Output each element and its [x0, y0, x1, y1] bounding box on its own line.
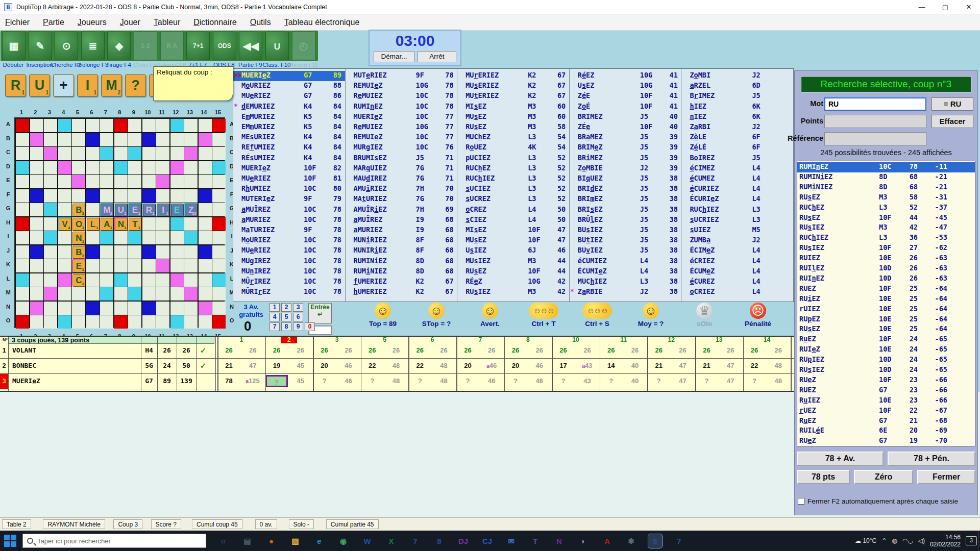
- score-cell[interactable]: 26: [743, 344, 766, 357]
- board-cell-D8[interactable]: [114, 161, 128, 174]
- zero-button[interactable]: Zéro: [854, 470, 913, 484]
- board-cell-E9[interactable]: [128, 175, 141, 188]
- word-row[interactable]: éCURIEZL4: [681, 184, 793, 194]
- action-ctrl-s[interactable]: ☺☺☺Ctrl + S: [574, 302, 621, 336]
- word-row[interactable]: MUChIEZL338: [570, 277, 681, 287]
- board-cell-I12[interactable]: [170, 231, 184, 244]
- ru-list-row[interactable]: RUMINiEZ8D68-21: [797, 172, 975, 183]
- acrobat-icon[interactable]: A: [600, 534, 614, 548]
- board-cell-D12[interactable]: [170, 161, 184, 174]
- magnifier-icon[interactable]: ⊙: [55, 32, 78, 60]
- word-row[interactable]: éCUREZL4: [681, 277, 793, 287]
- word-row[interactable]: ZoMBIEJ239: [570, 164, 681, 174]
- cumul-cell[interactable]: 45: [289, 375, 312, 387]
- action-p-nalit-[interactable]: ☹Pénalité: [734, 302, 781, 336]
- cumul-cell[interactable]: 48: [385, 375, 408, 387]
- board-cell-E14[interactable]: [199, 175, 212, 188]
- board-cell-E10[interactable]: [142, 175, 156, 188]
- board-cell-B1[interactable]: [16, 133, 29, 146]
- word-row[interactable]: ZaRBIJ2: [681, 122, 793, 133]
- score-cell[interactable]: 26: [504, 344, 527, 357]
- board-cell-F12[interactable]: [170, 189, 184, 203]
- word-row[interactable]: BRImEZJ538: [570, 194, 681, 205]
- board-cell-M12[interactable]: [170, 287, 184, 300]
- word-row[interactable]: EmMURIEZK584: [233, 112, 345, 122]
- onenote-icon[interactable]: N: [552, 534, 566, 548]
- word-row[interactable]: MUnIREZ10C78: [233, 267, 345, 277]
- board-cell-B3[interactable]: [44, 133, 57, 146]
- ru-list-row[interactable]: RuEZ10F24-65: [797, 335, 975, 345]
- board-cell-B12[interactable]: [170, 133, 184, 146]
- word-row[interactable]: aMUÏREZI968: [346, 215, 457, 226]
- cumul-cell[interactable]: 26: [528, 344, 551, 357]
- menu-tableau-lectronique[interactable]: Tableau électronique: [284, 18, 360, 27]
- word-row[interactable]: ReMUIEZ10G77: [346, 122, 457, 133]
- board-cell-M15[interactable]: [212, 287, 226, 300]
- board-cell-F8[interactable]: [114, 189, 128, 203]
- menu-jouer[interactable]: Jouer: [120, 18, 140, 27]
- reference-input[interactable]: [824, 132, 926, 145]
- word-row[interactable]: RÉsUMIEZK484: [233, 154, 345, 164]
- word-row[interactable]: BRaMEZJ539: [570, 133, 681, 143]
- board-cell-C15[interactable]: [212, 147, 226, 160]
- board-cell-A13[interactable]: [184, 119, 198, 132]
- word-row[interactable]: aMURIEZ10C78: [233, 215, 345, 226]
- board-cell-B5[interactable]: [72, 133, 85, 146]
- board-cell-K13[interactable]: [184, 259, 198, 272]
- board-cell-K2[interactable]: [30, 259, 43, 272]
- word-row[interactable]: éCRIEZL4: [681, 257, 793, 267]
- word-row[interactable]: MIsEZ10F47: [457, 226, 569, 236]
- board-cell-C1[interactable]: [16, 147, 29, 160]
- score-cell[interactable]: 26: [695, 344, 718, 357]
- word-row[interactable]: RÉeZ10G42: [457, 277, 569, 287]
- word-row[interactable]: MUrERIEZK267: [457, 71, 569, 81]
- board-cell-D14[interactable]: [199, 161, 212, 174]
- board-cell-H15[interactable]: [212, 217, 226, 231]
- ru-list-row[interactable]: RUMiNIEZ8D68-21: [797, 183, 975, 193]
- word-row[interactable]: BRIsEZJ538: [570, 205, 681, 215]
- board-cell-B11[interactable]: [156, 133, 169, 146]
- cumul-cell[interactable]: 26: [576, 344, 599, 357]
- word-row[interactable]: MUtERIEZK267: [457, 91, 569, 102]
- menu-dictionnaire[interactable]: Dictionnaire: [193, 18, 237, 27]
- word-row[interactable]: ZéE10F41: [570, 91, 681, 102]
- action-stop-[interactable]: ☺STop = ?: [413, 302, 460, 336]
- board-cell-M1[interactable]: [16, 287, 29, 300]
- score-cell[interactable]: 26: [265, 344, 288, 357]
- board-cell-J4[interactable]: [58, 245, 71, 259]
- board-cell-C6[interactable]: [86, 147, 100, 160]
- board-cell-H12[interactable]: [170, 217, 184, 231]
- score-cell[interactable]: ?: [695, 375, 718, 387]
- score-cell[interactable]: 14: [600, 360, 623, 372]
- board-cell-A11[interactable]: [156, 119, 169, 132]
- cumul-cell[interactable]: 26: [432, 344, 455, 357]
- keypad-7[interactable]: 7: [270, 322, 280, 331]
- ru-list-row[interactable]: RUEZG723-66: [797, 386, 975, 396]
- ru-list-row[interactable]: rUIEZ10E25-64: [797, 305, 975, 315]
- board-cell-G1[interactable]: [16, 203, 29, 216]
- score-cell[interactable]: ?: [647, 375, 670, 387]
- cumul-cell[interactable]: 48: [767, 375, 790, 387]
- keypad-5[interactable]: 5: [281, 313, 291, 321]
- board-cell-M3[interactable]: [44, 287, 57, 300]
- board-cell-D3[interactable]: [44, 161, 57, 174]
- board-cell-N4[interactable]: [58, 302, 71, 315]
- cumul-cell[interactable]: 26: [719, 344, 742, 357]
- table-number-7[interactable]: 7: [472, 337, 488, 343]
- board-cell-O11[interactable]: [156, 315, 169, 329]
- word-row[interactable]: éCUMEZL4: [681, 174, 793, 184]
- score-cell[interactable]: 22: [361, 360, 384, 372]
- board-cell-H2[interactable]: [30, 217, 43, 231]
- list-icon[interactable]: ≣: [81, 32, 105, 60]
- keypad-9[interactable]: 9: [293, 322, 303, 331]
- board-cell-I15[interactable]: [212, 231, 226, 244]
- board-cell-O10[interactable]: [142, 315, 156, 329]
- board-cell-M14[interactable]: [199, 287, 212, 300]
- word-row[interactable]: sUCREZL352: [457, 194, 569, 205]
- ru-list-row[interactable]: RUChEZL352-37: [797, 203, 975, 213]
- score-cell[interactable]: ?: [265, 375, 288, 387]
- action-avert-[interactable]: ☺Avert.: [467, 302, 513, 336]
- score-cell[interactable]: 26: [361, 344, 384, 357]
- board-cell-J3[interactable]: [44, 245, 57, 259]
- cumul-cell[interactable]: 40: [624, 360, 647, 372]
